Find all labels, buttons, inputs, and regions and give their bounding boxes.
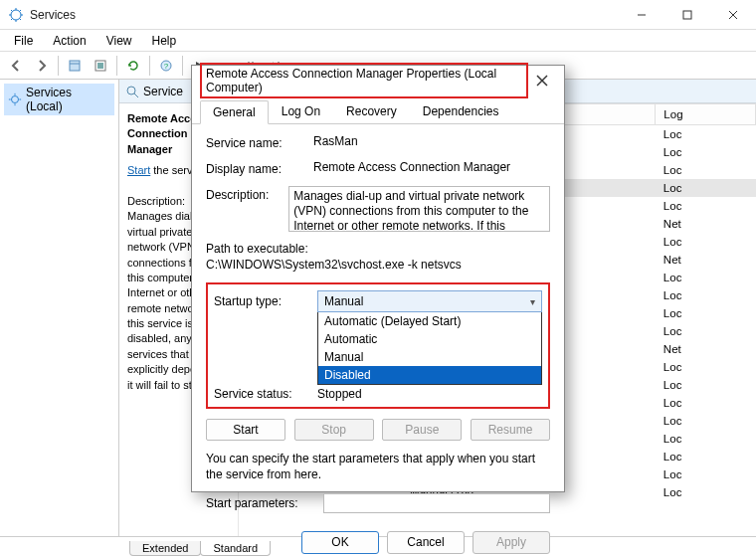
- startup-type-group: Startup type: Manual ▾ Automatic (Delaye…: [206, 282, 550, 409]
- start-link[interactable]: Start: [127, 164, 150, 176]
- label-status: Service status:: [214, 387, 309, 401]
- ok-button[interactable]: OK: [301, 531, 379, 554]
- forward-button[interactable]: [30, 55, 54, 77]
- menu-view[interactable]: View: [98, 32, 140, 50]
- window-title: Services: [30, 8, 619, 22]
- properties-dialog: Remote Access Connection Manager Propert…: [191, 65, 565, 492]
- tab-recovery[interactable]: Recovery: [333, 99, 410, 123]
- refresh-icon[interactable]: [121, 55, 145, 77]
- gear-icon: [8, 93, 22, 106]
- pause-button: Pause: [382, 419, 462, 441]
- services-header-label: Service: [143, 85, 183, 98]
- tab-general[interactable]: General: [200, 100, 269, 124]
- svg-rect-5: [70, 61, 80, 71]
- svg-text:?: ?: [164, 62, 169, 71]
- close-button[interactable]: [710, 0, 756, 30]
- titlebar: Services: [0, 0, 756, 30]
- maximize-button[interactable]: [664, 0, 710, 30]
- value-status: Stopped: [317, 387, 362, 401]
- svg-rect-8: [97, 63, 103, 69]
- label-start-params: Start parameters:: [206, 496, 315, 510]
- startup-selected: Manual: [324, 294, 363, 308]
- menu-help[interactable]: Help: [144, 32, 185, 50]
- menubar: File Action View Help: [0, 30, 756, 52]
- dialog-close-button[interactable]: [528, 67, 556, 94]
- tab-extended[interactable]: Extended: [129, 541, 201, 556]
- svg-point-18: [127, 87, 135, 94]
- menu-action[interactable]: Action: [45, 32, 94, 50]
- start-button[interactable]: Start: [206, 419, 285, 441]
- resume-button: Resume: [471, 419, 550, 441]
- chevron-down-icon: ▾: [530, 296, 535, 307]
- search-icon: [125, 85, 139, 98]
- help-icon[interactable]: ?: [154, 55, 178, 77]
- label-description: Description:: [206, 186, 281, 202]
- startup-dropdown[interactable]: Automatic (Delayed Start)AutomaticManual…: [317, 311, 542, 385]
- menu-file[interactable]: File: [6, 32, 41, 50]
- value-path: C:\WINDOWS\System32\svchost.exe -k netsv…: [206, 258, 550, 274]
- value-display-name: Remote Access Connection Manager: [313, 160, 550, 174]
- tree-label: Services (Local): [26, 86, 110, 113]
- dialog-tabs: General Log On Recovery Dependencies: [192, 95, 564, 124]
- startup-option[interactable]: Automatic: [318, 330, 541, 348]
- nav-tree: Services (Local): [0, 80, 119, 536]
- svg-point-17: [12, 96, 19, 103]
- tab-dependencies[interactable]: Dependencies: [410, 99, 512, 123]
- stop-button: Stop: [294, 419, 374, 441]
- description-box[interactable]: [288, 186, 550, 232]
- cancel-button[interactable]: Cancel: [387, 531, 465, 554]
- svg-rect-2: [683, 11, 691, 19]
- services-icon: [8, 7, 24, 23]
- startup-type-combo[interactable]: Manual ▾: [317, 290, 542, 312]
- label-startup: Startup type:: [214, 294, 309, 308]
- apply-button: Apply: [472, 531, 550, 554]
- value-service-name: RasMan: [313, 134, 550, 148]
- back-button[interactable]: [4, 55, 28, 77]
- label-display-name: Display name:: [206, 160, 305, 176]
- start-params-note: You can specify the start parameters tha…: [206, 451, 550, 482]
- label-service-name: Service name:: [206, 134, 305, 150]
- start-params-input[interactable]: [323, 493, 550, 513]
- tab-logon[interactable]: Log On: [269, 99, 333, 123]
- properties-icon[interactable]: [63, 55, 87, 77]
- startup-option[interactable]: Manual: [318, 348, 541, 366]
- label-path: Path to executable:: [206, 242, 550, 258]
- dialog-title: Remote Access Connection Manager Propert…: [200, 63, 528, 98]
- svg-line-19: [134, 93, 138, 97]
- minimize-button[interactable]: [619, 0, 664, 30]
- startup-option[interactable]: Disabled: [318, 366, 541, 384]
- export-icon[interactable]: [89, 55, 112, 77]
- startup-option[interactable]: Automatic (Delayed Start): [318, 312, 541, 330]
- tree-services-local[interactable]: Services (Local): [4, 84, 114, 115]
- col-log[interactable]: Log: [656, 104, 756, 125]
